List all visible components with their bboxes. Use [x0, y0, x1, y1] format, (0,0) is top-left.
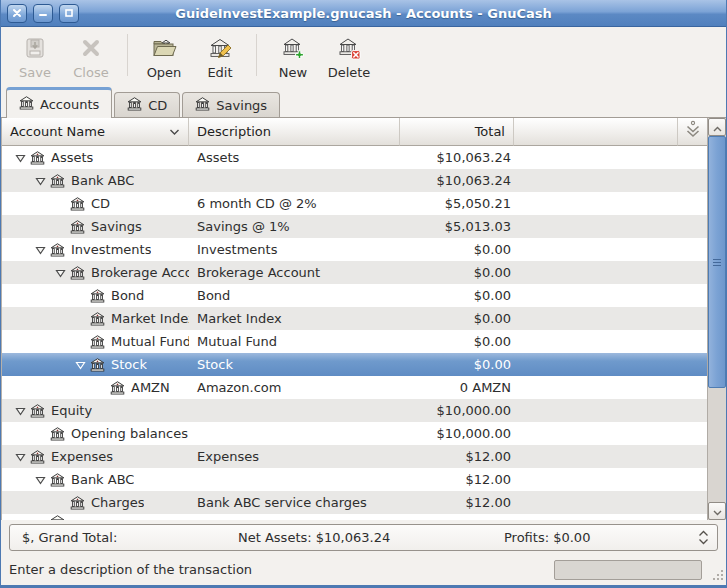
tree-indent — [2, 479, 30, 480]
account-name: Savings — [91, 219, 142, 234]
table-row[interactable]: Expenses Expenses $12.00 — [2, 445, 708, 468]
tab-cd[interactable]: CD — [114, 92, 180, 117]
table-row[interactable]: Brokerage Acco Brokerage Account $0.00 — [2, 261, 708, 284]
account-description: Bond — [189, 284, 400, 307]
expander-icon[interactable] — [10, 406, 30, 416]
account-name: Mutual Fund — [111, 334, 189, 349]
expander-icon[interactable] — [10, 153, 30, 163]
account-icon — [70, 220, 86, 234]
tree-indent — [2, 341, 70, 342]
expander-icon[interactable] — [50, 268, 70, 278]
window-minimize-button[interactable] — [33, 4, 53, 23]
account-icon — [90, 358, 106, 372]
row-filler — [514, 261, 708, 284]
table-row[interactable]: Savings Savings @ 1% $5,013.03 — [2, 215, 708, 238]
window-close-button[interactable] — [7, 4, 27, 23]
summary-stepper[interactable] — [698, 525, 709, 550]
expander-icon[interactable] — [70, 360, 90, 370]
column-options-button[interactable] — [678, 118, 708, 146]
table-row[interactable]: Opening balances $10,000.00 — [2, 422, 708, 445]
thumb-grip-icon — [713, 259, 721, 266]
account-name: Bank ABC — [71, 472, 134, 487]
scrollbar-thumb[interactable] — [708, 136, 726, 388]
account-total: $0.00 — [400, 284, 514, 307]
table-row[interactable]: Bond Bond $0.00 — [2, 284, 708, 307]
table-row[interactable]: AMZN Amazon.com 0 AMZN — [2, 376, 708, 399]
tab-savings[interactable]: Savings — [182, 92, 280, 117]
tree-indent — [2, 157, 10, 158]
vertical-scrollbar[interactable] — [707, 118, 726, 520]
table-row[interactable]: Mutual Fund Mutual Fund $0.00 — [2, 330, 708, 353]
column-header-total[interactable]: Total — [400, 118, 514, 146]
tree-indent — [2, 249, 30, 250]
account-name: Brokerage Acco — [91, 265, 189, 280]
edit-label: Edit — [207, 65, 232, 80]
open-button[interactable]: Open — [136, 30, 192, 80]
account-total: $10,063.24 — [400, 146, 514, 169]
scrollbar-track[interactable] — [708, 388, 726, 502]
account-description: Brokerage Account — [189, 261, 400, 284]
expander-icon[interactable] — [30, 475, 50, 485]
window-maximize-button[interactable] — [59, 4, 79, 23]
row-filler — [514, 238, 708, 261]
account-icon — [70, 197, 86, 211]
close-tab-button[interactable]: Close — [63, 30, 119, 80]
account-description: Assets — [189, 146, 400, 169]
account-icon — [90, 335, 106, 349]
account-description — [189, 399, 400, 422]
account-name: Market Index — [111, 311, 189, 326]
account-name: Assets — [51, 150, 93, 165]
profits-value: Profits: $0.00 — [504, 530, 717, 545]
expander-icon[interactable] — [10, 452, 30, 462]
table-row[interactable]: Equity $10,000.00 — [2, 399, 708, 422]
account-icon — [90, 312, 106, 326]
account-icon — [50, 427, 66, 441]
expander-icon[interactable] — [30, 176, 50, 186]
account-description — [189, 422, 400, 445]
toolbar: Save Close Open — [1, 27, 726, 85]
account-name: Bond — [111, 288, 144, 303]
table-row[interactable]: Stock Stock $0.00 — [2, 353, 708, 376]
account-name: Equity — [51, 403, 92, 418]
account-icon — [70, 266, 86, 280]
minimize-icon — [38, 8, 48, 18]
scroll-down-button[interactable] — [708, 502, 726, 520]
table-row[interactable]: Investments Investments $0.00 — [2, 238, 708, 261]
table-row[interactable]: Bank ABC $10,063.24 — [2, 169, 708, 192]
tree-indent — [2, 203, 50, 204]
column-header-account-name[interactable]: Account Name — [2, 118, 189, 146]
status-bar: Enter a description of the transaction — [1, 553, 726, 586]
row-filler — [514, 468, 708, 491]
tab-accounts[interactable]: Accounts — [6, 87, 112, 118]
account-total: $5,050.21 — [400, 192, 514, 215]
account-description: Savings @ 1% — [189, 215, 400, 238]
scroll-up-button[interactable] — [708, 118, 726, 136]
account-total: $0.00 — [400, 238, 514, 261]
account-icon — [30, 151, 46, 165]
save-button[interactable]: Save — [7, 30, 63, 80]
summary-bar: $, Grand Total: Net Assets: $10,063.24 P… — [9, 524, 718, 551]
table-row[interactable]: CD 6 month CD @ 2% $5,050.21 — [2, 192, 708, 215]
new-account-button[interactable]: New — [265, 30, 321, 80]
column-header-description[interactable]: Description — [189, 118, 400, 146]
row-filler — [514, 422, 708, 445]
resize-grip[interactable] — [712, 569, 724, 584]
table-row[interactable]: Charges Bank ABC service charges $12.00 — [2, 491, 708, 514]
table-row[interactable]: Bank ABC $12.00 — [2, 468, 708, 491]
account-description: Expenses — [189, 445, 400, 468]
table-row[interactable]: Assets Assets $10,063.24 — [2, 146, 708, 169]
tree-indent — [2, 226, 50, 227]
close-label: Close — [73, 65, 108, 80]
delete-account-button[interactable]: Delete — [321, 30, 377, 80]
tree-indent — [2, 387, 90, 388]
account-tab-icon — [127, 97, 142, 114]
account-tree-rows: Assets Assets $10,063.24 Bank ABC $10,06… — [2, 146, 708, 514]
table-row[interactable]: Market Index Market Index $0.00 — [2, 307, 708, 330]
edit-button[interactable]: Edit — [192, 30, 248, 80]
account-icon — [30, 404, 46, 418]
close-icon — [12, 8, 22, 18]
new-label: New — [279, 65, 307, 80]
expander-icon[interactable] — [30, 245, 50, 255]
edit-account-icon — [208, 36, 232, 63]
tab-label: Savings — [216, 98, 267, 113]
